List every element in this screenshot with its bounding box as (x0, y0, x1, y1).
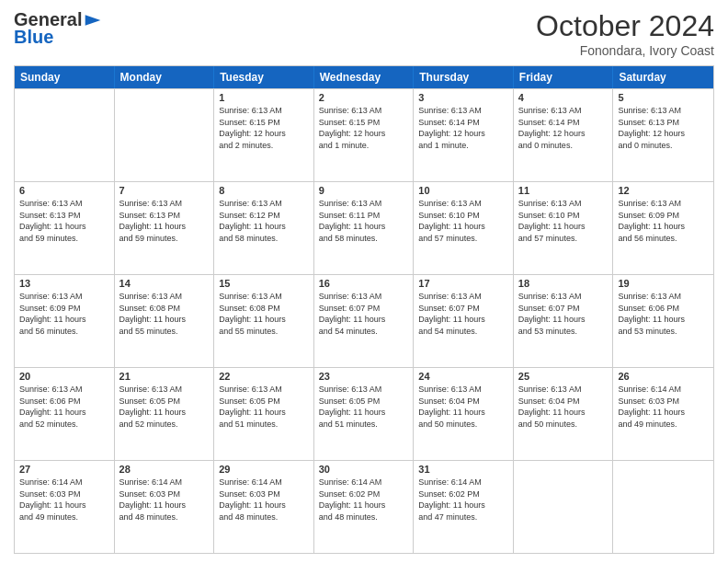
calendar-day-cell: 5Sunrise: 6:13 AM Sunset: 6:13 PM Daylig… (613, 89, 713, 181)
header-day-monday: Monday (115, 66, 215, 88)
day-number: 6 (19, 185, 109, 196)
day-number: 13 (19, 278, 109, 289)
calendar-day-cell: 12Sunrise: 6:13 AM Sunset: 6:09 PM Dayli… (613, 182, 713, 274)
day-number: 16 (319, 278, 409, 289)
day-info: Sunrise: 6:13 AM Sunset: 6:04 PM Dayligh… (518, 384, 609, 430)
day-info: Sunrise: 6:13 AM Sunset: 6:13 PM Dayligh… (618, 105, 709, 151)
calendar-day-cell: 10Sunrise: 6:13 AM Sunset: 6:10 PM Dayli… (414, 182, 514, 274)
day-info: Sunrise: 6:13 AM Sunset: 6:14 PM Dayligh… (418, 105, 508, 151)
calendar-day-cell: 26Sunrise: 6:14 AM Sunset: 6:03 PM Dayli… (613, 368, 713, 460)
calendar-day-cell: 20Sunrise: 6:13 AM Sunset: 6:06 PM Dayli… (15, 368, 115, 460)
calendar-header: SundayMondayTuesdayWednesdayThursdayFrid… (15, 66, 713, 88)
calendar-day-cell: 28Sunrise: 6:14 AM Sunset: 6:03 PM Dayli… (115, 461, 215, 553)
calendar-day-cell: 4Sunrise: 6:13 AM Sunset: 6:14 PM Daylig… (514, 89, 614, 181)
day-number: 12 (618, 185, 709, 196)
day-number: 19 (618, 278, 709, 289)
calendar-day-cell: 29Sunrise: 6:14 AM Sunset: 6:03 PM Dayli… (214, 461, 314, 553)
calendar-week-3: 13Sunrise: 6:13 AM Sunset: 6:09 PM Dayli… (15, 274, 713, 367)
day-number: 3 (418, 92, 508, 103)
day-info: Sunrise: 6:13 AM Sunset: 6:07 PM Dayligh… (319, 291, 409, 337)
day-info: Sunrise: 6:14 AM Sunset: 6:03 PM Dayligh… (219, 477, 309, 523)
day-info: Sunrise: 6:14 AM Sunset: 6:02 PM Dayligh… (319, 477, 409, 523)
day-info: Sunrise: 6:14 AM Sunset: 6:03 PM Dayligh… (618, 384, 709, 430)
month-title: October 2024 (536, 9, 714, 43)
header-day-friday: Friday (514, 66, 614, 88)
day-info: Sunrise: 6:13 AM Sunset: 6:07 PM Dayligh… (418, 291, 508, 337)
day-number: 23 (319, 371, 409, 382)
day-number: 10 (418, 185, 508, 196)
day-info: Sunrise: 6:13 AM Sunset: 6:05 PM Dayligh… (319, 384, 409, 430)
day-number: 28 (119, 464, 210, 475)
day-info: Sunrise: 6:13 AM Sunset: 6:13 PM Dayligh… (19, 198, 109, 244)
title-area: October 2024 Fonondara, Ivory Coast (536, 9, 714, 58)
day-number: 15 (219, 278, 309, 289)
calendar-week-2: 6Sunrise: 6:13 AM Sunset: 6:13 PM Daylig… (15, 181, 713, 274)
calendar-day-cell: 27Sunrise: 6:14 AM Sunset: 6:03 PM Dayli… (15, 461, 115, 553)
calendar-day-cell: 7Sunrise: 6:13 AM Sunset: 6:13 PM Daylig… (115, 182, 215, 274)
day-info: Sunrise: 6:13 AM Sunset: 6:06 PM Dayligh… (618, 291, 709, 337)
calendar-day-cell: 3Sunrise: 6:13 AM Sunset: 6:14 PM Daylig… (414, 89, 514, 181)
calendar-day-cell (514, 461, 614, 553)
day-info: Sunrise: 6:13 AM Sunset: 6:04 PM Dayligh… (418, 384, 508, 430)
calendar-week-4: 20Sunrise: 6:13 AM Sunset: 6:06 PM Dayli… (15, 367, 713, 460)
calendar-body: 1Sunrise: 6:13 AM Sunset: 6:15 PM Daylig… (15, 88, 713, 553)
day-number: 1 (219, 92, 309, 103)
day-info: Sunrise: 6:13 AM Sunset: 6:13 PM Dayligh… (119, 198, 210, 244)
day-number: 27 (19, 464, 109, 475)
calendar: SundayMondayTuesdayWednesdayThursdayFrid… (14, 65, 714, 554)
page: General Blue October 2024 Fonondara, Ivo… (0, 0, 728, 563)
day-info: Sunrise: 6:13 AM Sunset: 6:09 PM Dayligh… (19, 291, 109, 337)
header-day-sunday: Sunday (15, 66, 115, 88)
day-info: Sunrise: 6:14 AM Sunset: 6:03 PM Dayligh… (19, 477, 109, 523)
calendar-week-5: 27Sunrise: 6:14 AM Sunset: 6:03 PM Dayli… (15, 460, 713, 553)
logo: General Blue (14, 9, 102, 48)
calendar-day-cell: 8Sunrise: 6:13 AM Sunset: 6:12 PM Daylig… (214, 182, 314, 274)
day-info: Sunrise: 6:13 AM Sunset: 6:10 PM Dayligh… (518, 198, 609, 244)
header-day-tuesday: Tuesday (214, 66, 314, 88)
calendar-day-cell: 18Sunrise: 6:13 AM Sunset: 6:07 PM Dayli… (514, 275, 614, 367)
day-info: Sunrise: 6:13 AM Sunset: 6:09 PM Dayligh… (618, 198, 709, 244)
day-number: 31 (418, 464, 508, 475)
calendar-day-cell: 2Sunrise: 6:13 AM Sunset: 6:15 PM Daylig… (314, 89, 415, 181)
calendar-day-cell: 31Sunrise: 6:14 AM Sunset: 6:02 PM Dayli… (414, 461, 514, 553)
day-number: 25 (518, 371, 609, 382)
calendar-day-cell: 22Sunrise: 6:13 AM Sunset: 6:05 PM Dayli… (214, 368, 314, 460)
day-number: 21 (119, 371, 210, 382)
day-info: Sunrise: 6:13 AM Sunset: 6:07 PM Dayligh… (518, 291, 609, 337)
day-info: Sunrise: 6:13 AM Sunset: 6:10 PM Dayligh… (418, 198, 508, 244)
calendar-day-cell: 25Sunrise: 6:13 AM Sunset: 6:04 PM Dayli… (514, 368, 614, 460)
day-number: 5 (618, 92, 709, 103)
calendar-day-cell: 13Sunrise: 6:13 AM Sunset: 6:09 PM Dayli… (15, 275, 115, 367)
svg-marker-0 (85, 15, 101, 26)
calendar-day-cell: 19Sunrise: 6:13 AM Sunset: 6:06 PM Dayli… (613, 275, 713, 367)
day-info: Sunrise: 6:13 AM Sunset: 6:08 PM Dayligh… (219, 291, 309, 337)
day-info: Sunrise: 6:13 AM Sunset: 6:06 PM Dayligh… (19, 384, 109, 430)
calendar-day-cell: 15Sunrise: 6:13 AM Sunset: 6:08 PM Dayli… (214, 275, 314, 367)
day-info: Sunrise: 6:13 AM Sunset: 6:14 PM Dayligh… (518, 105, 609, 151)
day-info: Sunrise: 6:13 AM Sunset: 6:15 PM Dayligh… (319, 105, 409, 151)
header-day-saturday: Saturday (613, 66, 713, 88)
calendar-day-cell: 21Sunrise: 6:13 AM Sunset: 6:05 PM Dayli… (115, 368, 215, 460)
day-number: 30 (319, 464, 409, 475)
calendar-day-cell: 24Sunrise: 6:13 AM Sunset: 6:04 PM Dayli… (414, 368, 514, 460)
day-number: 22 (219, 371, 309, 382)
logo-flag-icon (84, 11, 102, 29)
day-info: Sunrise: 6:13 AM Sunset: 6:05 PM Dayligh… (119, 384, 210, 430)
header: General Blue October 2024 Fonondara, Ivo… (14, 9, 714, 58)
calendar-week-1: 1Sunrise: 6:13 AM Sunset: 6:15 PM Daylig… (15, 88, 713, 181)
calendar-day-cell: 9Sunrise: 6:13 AM Sunset: 6:11 PM Daylig… (314, 182, 415, 274)
calendar-day-cell (613, 461, 713, 553)
calendar-day-cell: 11Sunrise: 6:13 AM Sunset: 6:10 PM Dayli… (514, 182, 614, 274)
header-day-wednesday: Wednesday (314, 66, 415, 88)
day-number: 14 (119, 278, 210, 289)
calendar-day-cell (15, 89, 115, 181)
day-number: 9 (319, 185, 409, 196)
day-number: 4 (518, 92, 609, 103)
day-info: Sunrise: 6:13 AM Sunset: 6:11 PM Dayligh… (319, 198, 409, 244)
day-number: 26 (618, 371, 709, 382)
header-day-thursday: Thursday (414, 66, 514, 88)
day-number: 11 (518, 185, 609, 196)
calendar-day-cell: 6Sunrise: 6:13 AM Sunset: 6:13 PM Daylig… (15, 182, 115, 274)
day-number: 24 (418, 371, 508, 382)
day-number: 20 (19, 371, 109, 382)
